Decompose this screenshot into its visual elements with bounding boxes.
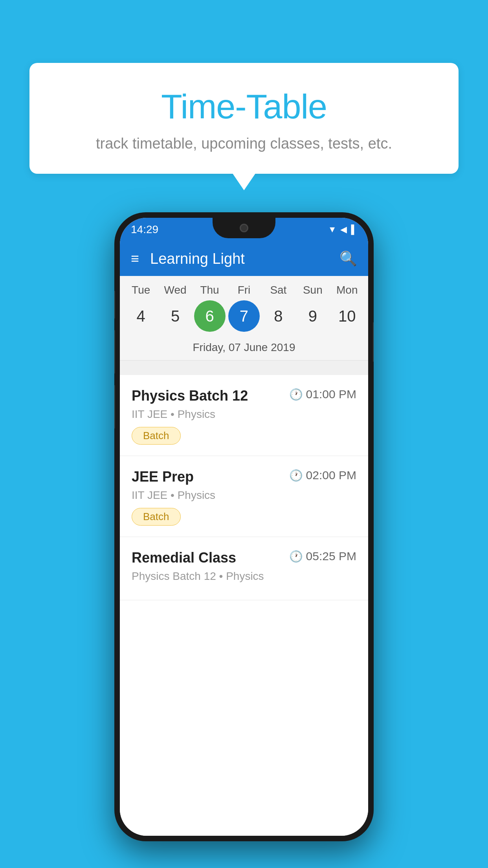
day-header-mon: Mon xyxy=(331,284,363,296)
calendar-strip: Tue Wed Thu Fri Sat Sun Mon 4 5 6 7 8 9 … xyxy=(120,276,368,360)
day-5[interactable]: 5 xyxy=(160,300,191,332)
day-8[interactable]: 8 xyxy=(262,300,294,332)
day-4[interactable]: 4 xyxy=(125,300,157,332)
silent-button xyxy=(114,385,115,428)
day-header-sun: Sun xyxy=(297,284,328,296)
signal-icon: ◀ xyxy=(340,224,347,235)
app-bar: ≡ Learning Light 🔍 xyxy=(120,241,368,276)
day-10[interactable]: 10 xyxy=(331,300,363,332)
status-icons: ▼ ◀ ▌ xyxy=(328,224,357,235)
schedule-item-2[interactable]: JEE Prep 🕐 02:00 PM IIT JEE • Physics Ba… xyxy=(120,456,368,537)
schedule-item-1-time: 🕐 01:00 PM xyxy=(289,388,356,401)
phone-mockup: 14:29 ▼ ◀ ▌ ≡ Learning Light 🔍 Tue Wed T… xyxy=(114,212,374,841)
hamburger-icon[interactable]: ≡ xyxy=(131,252,139,266)
day-6-today[interactable]: 6 xyxy=(194,300,226,332)
schedule-item-1-sub: IIT JEE • Physics xyxy=(132,408,356,421)
app-title: Learning Light xyxy=(150,250,339,267)
schedule-item-1[interactable]: Physics Batch 12 🕐 01:00 PM IIT JEE • Ph… xyxy=(120,375,368,456)
day-header-fri: Fri xyxy=(228,284,260,296)
schedule-item-2-title: JEE Prep xyxy=(132,469,194,485)
day-header-sat: Sat xyxy=(262,284,294,296)
phone-outer: 14:29 ▼ ◀ ▌ ≡ Learning Light 🔍 Tue Wed T… xyxy=(114,212,374,841)
day-header-thu: Thu xyxy=(194,284,226,296)
schedule-item-2-time: 🕐 02:00 PM xyxy=(289,469,356,482)
volume-down-button xyxy=(114,330,115,373)
batch-badge-2: Batch xyxy=(132,508,181,526)
volume-up-button xyxy=(114,291,115,318)
notch xyxy=(213,218,275,238)
schedule-item-3-header: Remedial Class 🕐 05:25 PM xyxy=(132,550,356,566)
bubble-subtitle: track timetable, upcoming classes, tests… xyxy=(49,135,439,152)
phone-screen: 14:29 ▼ ◀ ▌ ≡ Learning Light 🔍 Tue Wed T… xyxy=(120,218,368,836)
day-numbers: 4 5 6 7 8 9 10 xyxy=(120,300,368,332)
day-header-wed: Wed xyxy=(160,284,191,296)
schedule-list: Physics Batch 12 🕐 01:00 PM IIT JEE • Ph… xyxy=(120,375,368,836)
day-9[interactable]: 9 xyxy=(297,300,328,332)
clock-icon-1: 🕐 xyxy=(289,388,303,401)
bubble-title: Time-Table xyxy=(49,86,439,127)
clock-icon-2: 🕐 xyxy=(289,469,303,482)
selected-date-label: Friday, 07 June 2019 xyxy=(120,337,368,360)
clock-icon-3: 🕐 xyxy=(289,550,303,563)
front-camera xyxy=(240,224,248,232)
schedule-item-3-sub: Physics Batch 12 • Physics xyxy=(132,570,356,583)
batch-badge-1: Batch xyxy=(132,427,181,445)
power-button xyxy=(373,322,374,362)
status-time: 14:29 xyxy=(131,223,158,236)
schedule-item-3-time: 🕐 05:25 PM xyxy=(289,550,356,563)
speech-bubble: Time-Table track timetable, upcoming cla… xyxy=(29,63,459,174)
schedule-item-2-header: JEE Prep 🕐 02:00 PM xyxy=(132,469,356,485)
wifi-icon: ▼ xyxy=(328,224,337,235)
schedule-item-1-header: Physics Batch 12 🕐 01:00 PM xyxy=(132,388,356,404)
speech-bubble-container: Time-Table track timetable, upcoming cla… xyxy=(29,63,459,174)
search-icon[interactable]: 🔍 xyxy=(339,250,357,267)
schedule-item-3[interactable]: Remedial Class 🕐 05:25 PM Physics Batch … xyxy=(120,537,368,600)
schedule-item-1-title: Physics Batch 12 xyxy=(132,388,248,404)
day-7-selected[interactable]: 7 xyxy=(228,300,260,332)
battery-icon: ▌ xyxy=(351,224,357,235)
day-headers: Tue Wed Thu Fri Sat Sun Mon xyxy=(120,284,368,296)
schedule-item-2-sub: IIT JEE • Physics xyxy=(132,489,356,502)
schedule-item-3-title: Remedial Class xyxy=(132,550,236,566)
day-header-tue: Tue xyxy=(125,284,157,296)
